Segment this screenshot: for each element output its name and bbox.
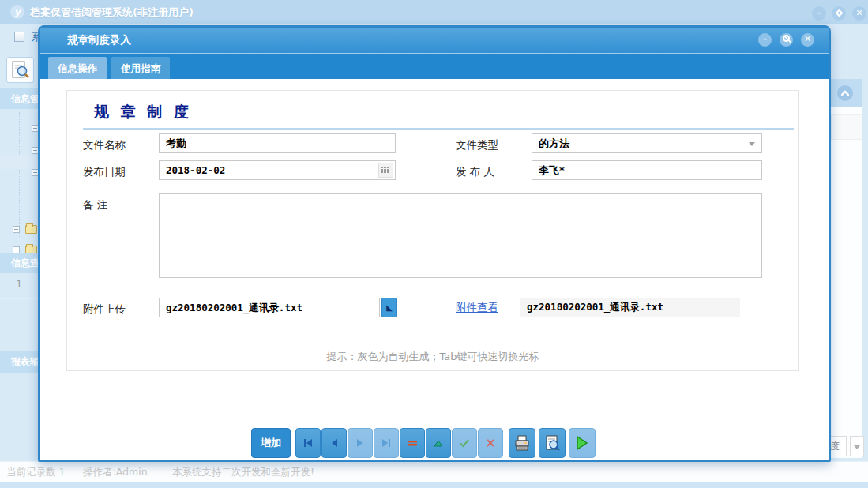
tab-info-operation[interactable]: 信息操作 <box>48 57 107 81</box>
grid-row-number: 1 <box>16 278 22 290</box>
maximize-icon <box>835 9 843 17</box>
main-maximize-button[interactable] <box>832 6 846 21</box>
first-record-button[interactable] <box>295 428 321 458</box>
form-hint: 提示：灰色为自动生成；Tab键可快速切换光标 <box>67 350 798 364</box>
attachment-upload-label: 附件上传 <box>83 299 159 318</box>
upload-icon: ◣ <box>386 303 393 312</box>
dialog-title: 规章制度录入 <box>67 33 131 47</box>
publish-date-label: 发布日期 <box>83 162 159 181</box>
menu-checkbox[interactable] <box>14 32 24 42</box>
play-icon <box>575 435 589 451</box>
publish-date-input[interactable]: 2018-02-02 <box>159 160 396 180</box>
form-panel: 规 章 制 度 文件名称 考勤 文件类型 的方法 发布日期 2018-02-02 <box>66 90 799 371</box>
preview-icon <box>10 60 31 80</box>
folder-icon[interactable] <box>25 225 37 234</box>
dialog-content: 规 章 制 度 文件名称 考勤 文件类型 的方法 发布日期 2018-02-02 <box>40 79 829 460</box>
next-record-button[interactable] <box>348 428 373 458</box>
edit-record-button[interactable] <box>426 428 451 458</box>
file-name-label: 文件名称 <box>83 135 159 154</box>
run-button[interactable] <box>569 428 596 458</box>
status-bar: 当前记录数 1 操作者:Admin 本系统支持二次开发和全新开发! <box>0 461 868 482</box>
app-logo: y <box>10 5 24 19</box>
publish-date-value: 2018-02-02 <box>166 164 225 176</box>
edit-icon <box>433 439 444 448</box>
main-titlebar: y 档案保管借阅管理系统(非注册用户) – ✕ <box>0 0 868 24</box>
status-operator: 操作者:Admin <box>83 462 148 482</box>
next-record-icon <box>355 438 365 448</box>
dialog-tabbar: 信息操作 使用指南 <box>40 53 829 79</box>
delete-record-button[interactable] <box>400 428 425 458</box>
main-close-button[interactable]: ✕ <box>852 6 866 21</box>
restore-icon <box>783 35 790 42</box>
collapse-panel-button[interactable] <box>837 85 853 101</box>
attachment-upload-input[interactable]: gz20180202001_通讯录.txt <box>159 298 380 317</box>
file-type-label: 文件类型 <box>456 135 532 154</box>
main-minimize-button[interactable]: – <box>812 6 826 21</box>
tree-dotted-line <box>19 112 20 238</box>
tab-user-guide[interactable]: 使用指南 <box>111 57 170 81</box>
x-icon <box>486 438 495 448</box>
dialog-minimize-button[interactable]: – <box>758 33 772 47</box>
main-window-title: 档案保管借阅管理系统(非注册用户) <box>30 6 194 20</box>
tree-selected-row[interactable] <box>0 155 38 169</box>
dialog-close-button[interactable]: ✕ <box>801 33 814 47</box>
post-record-button[interactable] <box>452 428 477 458</box>
delete-icon <box>407 439 418 447</box>
upload-button[interactable]: ◣ <box>381 298 397 317</box>
file-type-select[interactable]: 的方法 <box>532 133 762 153</box>
publisher-label: 发 布 人 <box>456 162 532 181</box>
first-record-icon <box>302 438 314 448</box>
dialog-titlebar: 规章制度录入 – ✕ <box>40 28 829 53</box>
form-heading: 规 章 制 度 <box>83 99 794 130</box>
right-panel-body <box>829 107 862 458</box>
print-preview-icon <box>543 434 561 452</box>
printer-icon <box>513 434 531 452</box>
chevron-down-icon <box>749 142 755 149</box>
sidebar-panel-info-query[interactable]: 信息查 <box>0 253 38 273</box>
calendar-picker-button[interactable] <box>378 163 393 178</box>
combo-dropdown-button[interactable] <box>850 436 864 456</box>
cancel-record-button[interactable] <box>478 428 503 458</box>
add-button[interactable]: 增加 <box>251 428 291 458</box>
last-record-button[interactable] <box>374 428 399 458</box>
prior-record-button[interactable] <box>321 428 347 458</box>
remark-textarea[interactable] <box>159 193 762 278</box>
calendar-icon <box>379 163 393 177</box>
print-button[interactable] <box>509 428 535 458</box>
rules-entry-dialog: 规章制度录入 – ✕ 信息操作 使用指南 规 章 制 度 文件名称 考勤 文件类… <box>38 25 831 462</box>
prior-record-icon <box>329 438 339 448</box>
sidebar-panel-info-manage[interactable]: 信息管 <box>0 88 38 109</box>
dialog-restore-button[interactable] <box>780 33 793 47</box>
tree-expand-icon[interactable] <box>13 226 20 233</box>
status-record-count: 当前记录数 1 <box>6 462 65 482</box>
sidebar-panel-report-output[interactable]: 报表输 <box>0 351 38 373</box>
preview-toolbar-button[interactable] <box>6 57 34 83</box>
right-panel-field <box>831 114 862 140</box>
chevron-up-icon <box>840 89 850 97</box>
print-preview-button[interactable] <box>539 428 566 458</box>
publisher-input[interactable]: 李飞* <box>532 160 762 180</box>
attachment-view-link[interactable]: 附件查看 <box>456 298 498 317</box>
file-type-value: 的方法 <box>539 137 569 149</box>
remark-label: 备 注 <box>83 195 159 214</box>
last-record-icon <box>381 438 392 448</box>
divider <box>0 298 38 299</box>
check-icon <box>459 438 470 448</box>
attachment-view-value: gz20180202001_通讯录.txt <box>520 298 740 317</box>
file-name-input[interactable]: 考勤 <box>159 133 396 153</box>
status-message: 本系统支持二次开发和全新开发! <box>172 462 314 482</box>
bottom-strip <box>0 482 868 488</box>
